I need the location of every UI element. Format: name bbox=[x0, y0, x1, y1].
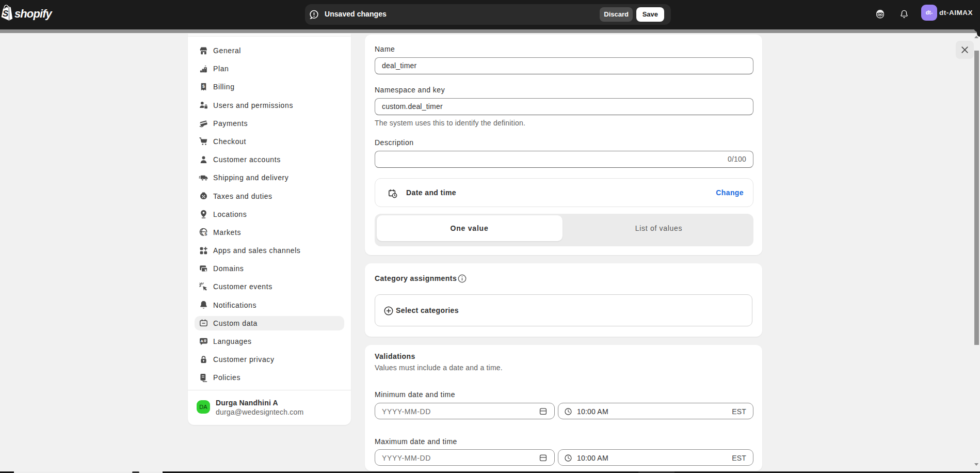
svg-text:A: A bbox=[200, 338, 203, 343]
svg-text:$: $ bbox=[202, 84, 205, 89]
svg-text:S: S bbox=[3, 9, 9, 19]
svg-text:$: $ bbox=[205, 231, 207, 236]
